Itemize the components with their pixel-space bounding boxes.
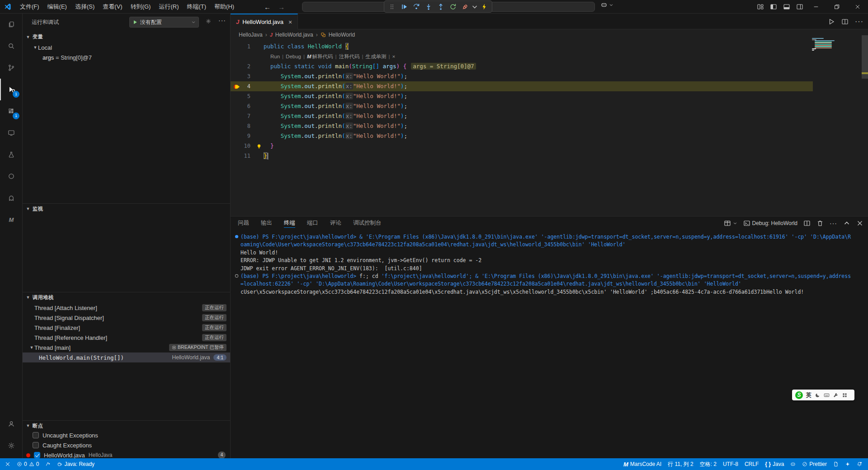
run-java-button[interactable] xyxy=(828,18,835,25)
disconnect-dropdown-button[interactable] xyxy=(472,1,477,12)
call-stack-thread-row[interactable]: Thread [Reference Handler]正在运行 xyxy=(23,333,230,343)
tab-helloworld-java[interactable]: J HelloWorld.java × xyxy=(231,14,298,29)
step-over-button[interactable] xyxy=(411,1,422,12)
status-indentation[interactable]: 空格: 2 xyxy=(697,458,720,470)
activity-item-plugin-ring[interactable] xyxy=(0,165,23,187)
code-line[interactable]: 1public class HelloWorld { xyxy=(231,42,868,52)
lightbulb-icon[interactable] xyxy=(256,143,262,149)
copilot-menu[interactable] xyxy=(600,1,613,9)
ime-toolbar[interactable]: S 英 xyxy=(792,390,854,400)
activity-item-run-and-debug[interactable]: 1 xyxy=(0,79,23,100)
restore-button[interactable] xyxy=(826,0,847,14)
menu-item[interactable]: 帮助(H) xyxy=(210,2,238,12)
codelens-action[interactable]: Run xyxy=(270,54,280,59)
command-decoration-filled[interactable] xyxy=(234,234,239,240)
code-line[interactable]: 10 } xyxy=(231,141,868,151)
toggle-sidebar-icon[interactable] xyxy=(770,3,777,10)
restart-button[interactable] xyxy=(448,1,458,12)
ime-wrench-icon[interactable] xyxy=(833,392,839,398)
toggle-secondary-sidebar-icon[interactable] xyxy=(796,3,803,10)
call-stack-thread-row[interactable]: Thread [Finalizer]正在运行 xyxy=(23,323,230,333)
code-line[interactable]: 11} xyxy=(231,151,868,161)
breakpoint-row[interactable]: Uncaught Exceptions xyxy=(23,430,230,440)
debug-config-dropdown[interactable]: 没有配置 xyxy=(129,17,199,28)
terminal-output[interactable]: (base) PS F:\project\java\helloworld> & … xyxy=(231,230,868,456)
stack-frame-row[interactable]: HelloWorld.main(String[]) HelloWorld.jav… xyxy=(23,352,230,362)
step-into-button[interactable] xyxy=(423,1,434,12)
terminal-session[interactable]: Debug: HelloWorld xyxy=(743,220,798,227)
activity-item-settings[interactable] xyxy=(0,435,23,456)
call-stack-section-header[interactable]: ▼ 调用堆栈 xyxy=(23,292,230,302)
debug-settings-gear-icon[interactable] xyxy=(206,19,211,24)
code-line[interactable]: 2 public static void main(String[] args)… xyxy=(231,61,868,71)
minimize-button[interactable] xyxy=(806,0,826,14)
status-marscode-ai[interactable]: MMarsCode AI xyxy=(620,458,665,470)
close-window-button[interactable] xyxy=(847,0,868,14)
close-tab-icon[interactable]: × xyxy=(288,19,292,26)
status-problems[interactable]: 00 xyxy=(14,458,42,470)
activity-item-marscode[interactable]: M xyxy=(0,209,23,230)
codelens-action[interactable]: 注释代码 xyxy=(339,54,360,59)
codelens[interactable]: Run|Debug|M解释代码|注释代码|生成单测|× xyxy=(270,52,395,61)
code-line[interactable]: 5 System.out.println(x:"Hello World!"); xyxy=(231,91,868,101)
split-terminal[interactable] xyxy=(803,220,811,227)
breakpoint-checkbox[interactable] xyxy=(33,432,39,438)
menu-item[interactable]: 编辑(E) xyxy=(43,2,71,12)
codelens-close-icon[interactable]: × xyxy=(392,54,396,59)
sidebar-more-actions[interactable]: ··· xyxy=(218,17,226,24)
status-prettier[interactable]: Prettier xyxy=(799,458,830,470)
start-debug-icon[interactable] xyxy=(132,19,138,25)
code-line[interactable]: 7 System.out.println(x:"Hello World!"); xyxy=(231,111,868,121)
codelens-action[interactable]: 生成单测 xyxy=(366,54,387,59)
panel-tab-调试控制台[interactable]: 调试控制台 xyxy=(353,216,382,230)
menu-item[interactable]: 文件(F) xyxy=(16,2,43,12)
customize-layout-icon[interactable] xyxy=(757,3,764,10)
more-actions[interactable]: ··· xyxy=(830,220,837,227)
status-eol[interactable]: CRLF xyxy=(741,458,762,470)
ime-language-toggle[interactable]: 英 xyxy=(806,391,811,399)
variable-args[interactable]: args = String[0]@7 xyxy=(23,52,230,62)
activity-item-search[interactable] xyxy=(0,35,23,57)
watch-section-header[interactable]: ▼ 监视 xyxy=(23,203,230,214)
status-java-status[interactable]: Java: Ready xyxy=(54,458,98,470)
status-encoding[interactable]: UTF-8 xyxy=(720,458,741,470)
panel-tab-问题[interactable]: 问题 xyxy=(238,216,249,230)
breadcrumb-symbol[interactable]: HelloWorld xyxy=(329,32,355,38)
status-language-mode[interactable]: { }Java xyxy=(762,458,787,470)
split-editor-icon[interactable] xyxy=(841,18,849,25)
variables-scope-local[interactable]: ▼ Local xyxy=(23,42,230,52)
code-line[interactable]: 6 System.out.println(x:"Hello World!"); xyxy=(231,101,868,111)
menu-item[interactable]: 查看(V) xyxy=(99,2,126,12)
code-line[interactable]: 4 System.out.println(x:"Hello World!"); xyxy=(231,81,868,91)
menu-item[interactable]: 运行(R) xyxy=(155,2,183,12)
disconnect-button[interactable] xyxy=(460,1,471,12)
close-panel[interactable] xyxy=(856,220,863,227)
nav-forward-icon[interactable]: → xyxy=(278,3,285,11)
step-out-button[interactable] xyxy=(435,1,446,12)
status-copilot[interactable] xyxy=(787,458,799,470)
activity-item-testing[interactable] xyxy=(0,144,23,165)
menu-item[interactable]: 选择(S) xyxy=(71,2,99,12)
status-editor-info[interactable] xyxy=(830,458,842,470)
codelens-action[interactable]: 解释代码 xyxy=(312,54,333,59)
panel-tab-输出[interactable]: 输出 xyxy=(261,216,272,230)
breakpoints-section-header[interactable]: ▼ 断点 xyxy=(23,420,230,431)
activity-item-remote-explorer[interactable] xyxy=(0,122,23,144)
toggle-panel-icon[interactable] xyxy=(783,3,790,10)
kill-terminal[interactable] xyxy=(816,220,824,227)
ime-logo[interactable]: S xyxy=(795,391,803,399)
activity-item-plugin-pet[interactable] xyxy=(0,187,23,209)
status-debug-indicator[interactable] xyxy=(42,458,54,470)
status-remote-indicator[interactable] xyxy=(2,458,14,470)
status-notifications[interactable] xyxy=(854,458,865,470)
status-cursor-position[interactable]: 行 11, 列 2 xyxy=(665,458,696,470)
hot-code-replace-button[interactable] xyxy=(479,1,490,12)
menu-item[interactable]: 终端(T) xyxy=(183,2,210,12)
terminal-new-dropdown[interactable] xyxy=(724,220,737,227)
variables-section-header[interactable]: ▼ 变量 xyxy=(23,32,230,42)
call-stack-thread-row[interactable]: Thread [Attach Listener]正在运行 xyxy=(23,303,230,313)
code-line[interactable]: 3 System.out.println(x:"Hello World!"); xyxy=(231,71,868,81)
breakpoint-checkbox[interactable] xyxy=(33,442,39,448)
panel-tab-端口[interactable]: 端口 xyxy=(307,216,318,230)
panel-tab-终端[interactable]: 终端 xyxy=(284,216,295,230)
